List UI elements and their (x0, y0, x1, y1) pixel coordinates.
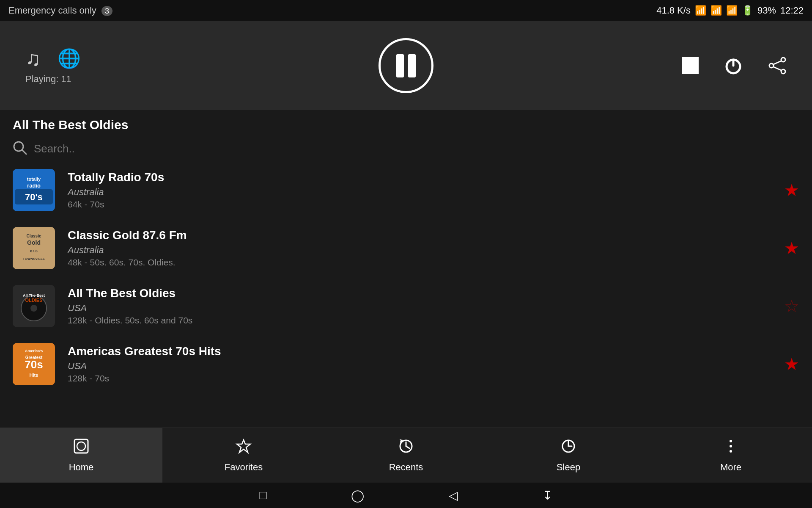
svg-text:TOWNSVILLE: TOWNSVILLE (23, 257, 45, 261)
station-item-1[interactable]: ClassicGold87.6TOWNSVILLEClassic Gold 87… (0, 219, 812, 277)
sys-download-button[interactable]: ↧ (543, 489, 552, 502)
station-item-3[interactable]: America'sGreatest70sHitsAmericas Greates… (0, 335, 812, 393)
status-emergency: Emergency calls only 3 (8, 5, 112, 16)
sys-back-button[interactable]: ◁ (449, 489, 458, 502)
svg-point-3 (769, 64, 774, 68)
player-bar: ♫ 🌐 Playing: 11 (0, 21, 812, 110)
nav-item-favorites[interactable]: Favorites (162, 428, 325, 483)
svg-text:Hits: Hits (30, 373, 38, 378)
sys-square-button[interactable]: □ (260, 489, 267, 502)
svg-line-5 (774, 61, 781, 64)
svg-text:America's: America's (25, 349, 43, 353)
nav-item-recents[interactable]: Recents (325, 428, 487, 483)
nav-label-sleep: Sleep (557, 462, 580, 473)
power-button[interactable] (724, 56, 743, 75)
station-logo-3: America'sGreatest70sHits (13, 343, 55, 385)
svg-point-4 (781, 69, 785, 74)
station-logo-2: All The BestOLDIES (13, 285, 55, 327)
station-country-1: Australia (68, 245, 784, 256)
station-info-3: Americas Greatest 70s HitsUSA128k - 70s (68, 345, 784, 384)
station-country-3: USA (68, 361, 784, 372)
svg-text:70s: 70s (25, 358, 43, 371)
station-name-3: Americas Greatest 70s Hits (68, 345, 784, 358)
star-filled-icon: ★ (784, 355, 799, 373)
station-info-2: All The Best OldiesUSA128k - Oldies. 50s… (68, 287, 784, 326)
battery-percent: 93% (757, 5, 776, 16)
bottom-navigation: HomeFavoritesRecentsSleepMore (0, 428, 812, 483)
stop-button[interactable] (682, 57, 699, 74)
station-info-1: Classic Gold 87.6 FmAustralia48k - 50s. … (68, 229, 784, 268)
station-details-2: 128k - Oldies. 50s. 60s and 70s (68, 315, 784, 326)
bluetooth-icon: 📶 (695, 5, 706, 16)
svg-point-34 (730, 440, 732, 442)
svg-point-2 (781, 58, 785, 62)
star-empty-icon: ☆ (784, 297, 799, 315)
share-button[interactable] (768, 56, 787, 75)
svg-text:radio: radio (27, 182, 41, 189)
pause-button[interactable] (379, 38, 433, 93)
player-left-controls: ♫ 🌐 Playing: 11 (25, 47, 81, 85)
station-name-2: All The Best Oldies (68, 287, 784, 300)
favorite-star-1[interactable]: ★ (784, 238, 799, 258)
nav-item-home[interactable]: Home (0, 428, 162, 483)
station-details-0: 64k - 70s (68, 199, 784, 210)
music-note-icon[interactable]: ♫ (25, 47, 41, 70)
signal-icon: 📶 (710, 5, 722, 16)
sleep-nav-icon (560, 438, 577, 458)
search-container (0, 136, 812, 161)
favorite-star-2[interactable]: ☆ (784, 296, 799, 316)
svg-text:87.6: 87.6 (30, 249, 38, 253)
stop-icon (682, 57, 699, 74)
more-nav-icon (722, 438, 739, 458)
station-name-1: Classic Gold 87.6 Fm (68, 229, 784, 242)
star-filled-icon: ★ (784, 181, 799, 199)
favorite-star-0[interactable]: ★ (784, 180, 799, 200)
main-content: All The Best Oldies totallyradio70'sTota… (0, 110, 812, 428)
nav-label-recents: Recents (389, 462, 423, 473)
station-name-0: Totally Radio 70s (68, 171, 784, 184)
globe-icon[interactable]: 🌐 (58, 47, 81, 69)
status-right-area: 41.8 K/s 📶 📶 📶 🔋 93% 12:22 (656, 5, 804, 16)
svg-text:All The Best: All The Best (23, 293, 45, 298)
station-item-0[interactable]: totallyradio70'sTotally Radio 70sAustral… (0, 161, 812, 219)
station-details-3: 128k - 70s (68, 373, 784, 384)
status-bar: Emergency calls only 3 41.8 K/s 📶 📶 📶 🔋 … (0, 0, 812, 21)
nav-item-sleep[interactable]: Sleep (487, 428, 650, 483)
star-filled-icon: ★ (784, 239, 799, 257)
nav-item-more[interactable]: More (650, 428, 812, 483)
svg-text:Gold: Gold (27, 239, 41, 246)
svg-marker-31 (237, 440, 250, 453)
power-icon (724, 56, 743, 75)
svg-point-35 (730, 445, 732, 447)
station-country-2: USA (68, 303, 784, 314)
network-speed: 41.8 K/s (656, 5, 691, 16)
station-logo-1: ClassicGold87.6TOWNSVILLE (13, 227, 55, 269)
nav-label-more: More (720, 462, 741, 473)
current-station-title: All The Best Oldies (0, 110, 812, 136)
battery-icon: 🔋 (742, 5, 753, 16)
share-icon (768, 56, 787, 75)
station-info-0: Totally Radio 70sAustralia64k - 70s (68, 171, 784, 210)
player-right-controls (682, 56, 787, 75)
home-nav-icon (73, 438, 90, 458)
time-display: 12:22 (780, 5, 804, 16)
station-item-2[interactable]: All The BestOLDIESAll The Best OldiesUSA… (0, 277, 812, 335)
svg-line-6 (774, 67, 781, 70)
svg-point-30 (77, 442, 85, 450)
station-logo-0: totallyradio70's (13, 169, 55, 211)
svg-text:Classic: Classic (26, 234, 41, 238)
search-icon (13, 141, 27, 157)
system-navigation: □ ◯ ◁ ↧ (0, 483, 812, 508)
svg-rect-14 (13, 227, 55, 269)
station-list: totallyradio70'sTotally Radio 70sAustral… (0, 161, 812, 428)
pause-icon (396, 54, 416, 77)
svg-point-21 (30, 305, 37, 312)
favorite-star-3[interactable]: ★ (784, 354, 799, 374)
station-details-1: 48k - 50s. 60s. 70s. Oldies. (68, 257, 784, 268)
recents-nav-icon (398, 438, 414, 458)
search-input[interactable] (34, 142, 799, 155)
svg-text:totally: totally (27, 177, 41, 182)
wifi-icon: 📶 (726, 5, 738, 16)
sys-home-button[interactable]: ◯ (351, 489, 364, 502)
station-country-0: Australia (68, 187, 784, 198)
